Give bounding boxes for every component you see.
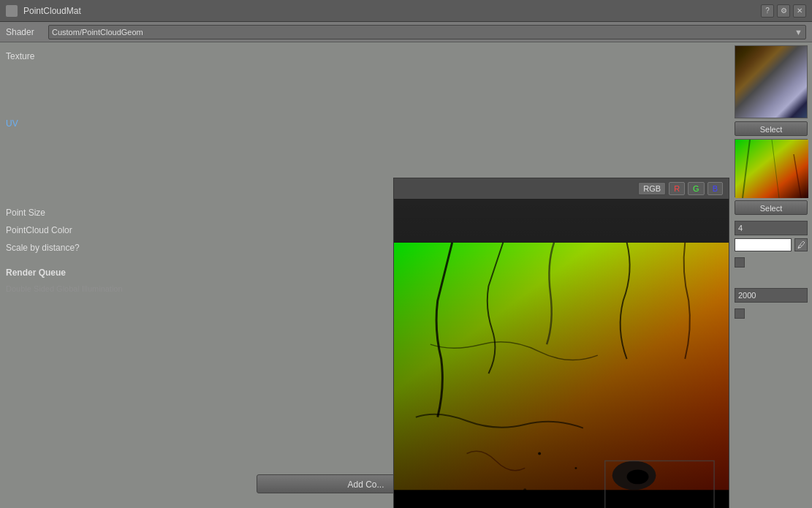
shader-value: Custom/PointCloudGeom — [52, 28, 143, 37]
uv-section: UV — [6, 115, 726, 132]
svg-point-12 — [574, 467, 577, 469]
color-swatch[interactable] — [735, 238, 792, 251]
eyedropper-button[interactable]: 🖊 — [794, 238, 808, 251]
right-panel: Select Select — [732, 42, 812, 508]
add-component-label: Add Co... — [347, 479, 384, 490]
settings-button[interactable]: ⚙ — [777, 4, 790, 18]
color-picker-image[interactable] — [394, 199, 729, 508]
close-button[interactable]: ✕ — [793, 4, 806, 18]
select-button-2[interactable]: Select — [735, 200, 808, 215]
window-title: PointCloudMat — [23, 6, 81, 16]
color-picker-overlay: RGB R G B — [393, 178, 729, 508]
select-button-1[interactable]: Select — [735, 121, 808, 136]
svg-rect-7 — [394, 199, 729, 508]
double-sided-label: Double Sided Global Illumination — [6, 284, 123, 293]
rgb-button[interactable]: RGB — [638, 182, 666, 195]
title-bar-controls: ? ⚙ ✕ — [761, 4, 806, 18]
dropdown-arrow-icon: ▼ — [794, 28, 802, 37]
b-channel-button[interactable]: B — [707, 182, 723, 195]
point-size-label: Point Size — [6, 208, 152, 218]
scale-by-distance-label: Scale by distance? — [6, 243, 152, 253]
app-icon — [6, 5, 18, 17]
svg-point-13 — [523, 488, 526, 491]
color-swatch-row: 🖊 — [735, 238, 809, 251]
g-channel-button[interactable]: G — [688, 182, 705, 195]
scale-distance-checkbox[interactable] — [735, 257, 745, 268]
point-size-input[interactable] — [735, 221, 808, 235]
texture-label: Texture — [6, 48, 726, 64]
help-button[interactable]: ? — [761, 4, 774, 18]
render-queue-input[interactable] — [735, 288, 808, 303]
shader-dropdown[interactable]: Custom/PointCloudGeom ▼ — [48, 25, 806, 39]
r-channel-button[interactable]: R — [669, 182, 685, 195]
svg-point-11 — [538, 452, 541, 455]
pointcloud-color-label: PointCloud Color — [6, 225, 152, 235]
shader-row: Shader Custom/PointCloudGeom ▼ — [0, 22, 812, 42]
svg-point-9 — [627, 469, 649, 484]
svg-point-14 — [502, 504, 504, 506]
gradient-thumbnail-2 — [735, 139, 808, 197]
texture-section: Texture — [6, 48, 726, 64]
color-picker-header: RGB R G B — [394, 178, 729, 199]
double-sided-checkbox[interactable] — [735, 308, 745, 319]
title-bar: PointCloudMat ? ⚙ ✕ — [0, 0, 812, 22]
main-content: Texture UV Point Size PointCloud Color S… — [0, 42, 812, 508]
shader-label: Shader — [6, 27, 42, 37]
eyedropper-icon: 🖊 — [797, 240, 805, 249]
texture-thumbnail-1 — [735, 45, 808, 118]
uv-label: UV — [6, 115, 726, 132]
